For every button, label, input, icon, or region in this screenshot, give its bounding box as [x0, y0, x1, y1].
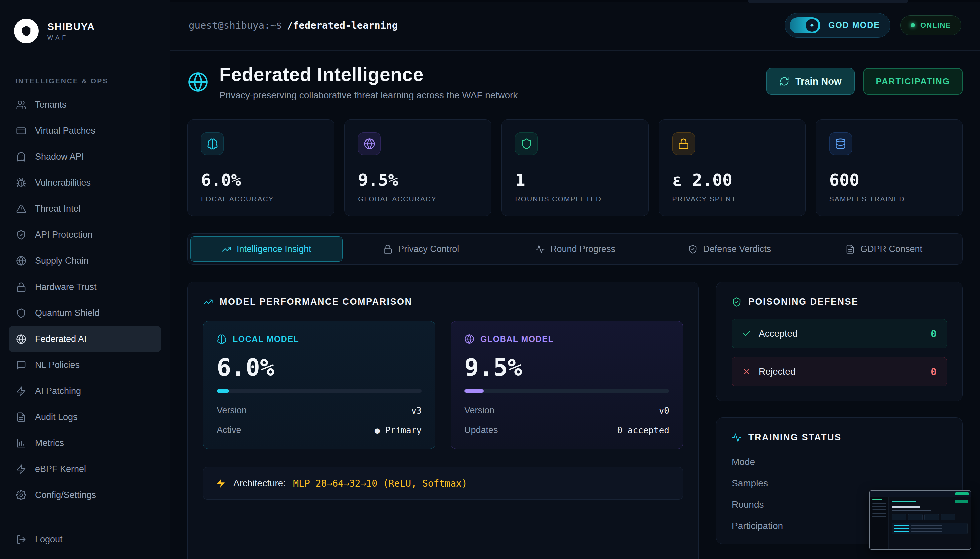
row-label: Rounds: [732, 499, 764, 510]
stat-label: PRIVACY SPENT: [672, 195, 792, 203]
toggle-switch[interactable]: ✦: [790, 17, 820, 33]
sidebar-item-federated-ai[interactable]: Federated AI: [9, 326, 161, 352]
tab-label: Round Progress: [550, 244, 615, 255]
sidebar: SHIBUYA WAF INTELLIGENCE & OPS Tenants V…: [0, 0, 170, 559]
logout-button[interactable]: Logout: [0, 519, 170, 559]
local-version-row: Version v3: [217, 405, 422, 415]
sidebar-item-audit-logs[interactable]: Audit Logs: [9, 404, 161, 430]
tab-label: Privacy Control: [398, 244, 459, 255]
main-area: guest@shibuya:~$ /federated-learning ✦ G…: [170, 0, 980, 559]
god-mode-toggle[interactable]: ✦ GOD MODE: [785, 13, 890, 38]
stat-cards: 6.0% LOCAL ACCURACY 9.5% GLOBAL ACCURACY…: [187, 119, 963, 216]
sidebar-item-label: Metrics: [35, 438, 64, 448]
notification-remnant: [748, 0, 908, 3]
poisoning-defense-title: POISONING DEFENSE: [748, 296, 859, 307]
tab-defense-verdicts[interactable]: Defense Verdicts: [654, 237, 805, 262]
stat-value: 9.5%: [358, 170, 478, 190]
brain-icon: [201, 132, 224, 155]
page-header-actions: Train Now PARTICIPATING: [766, 68, 963, 95]
shield-check-icon: [732, 297, 742, 307]
preview-sidebar: [870, 497, 889, 549]
model-panel-title: MODEL PERFORMANCE COMPARISON: [219, 296, 412, 307]
sidebar-item-nl-policies[interactable]: NL Policies: [9, 352, 161, 378]
sidebar-item-vulnerabilities[interactable]: Vulnerabilities: [9, 170, 161, 196]
sidebar-item-shadow-api[interactable]: Shadow API: [9, 144, 161, 170]
row-label: Participation: [732, 521, 783, 531]
sidebar-item-virtual-patches[interactable]: Virtual Patches: [9, 118, 161, 144]
row-value: ● Primary: [375, 425, 422, 435]
local-model-title-row: LOCAL MODEL: [217, 334, 422, 344]
sidebar-item-hardware-trust[interactable]: Hardware Trust: [9, 274, 161, 300]
sidebar-item-tenants[interactable]: Tenants: [9, 92, 161, 118]
sidebar-item-api-protection[interactable]: API Protection: [9, 222, 161, 248]
global-model-title: GLOBAL MODEL: [480, 334, 554, 344]
activity-icon: [732, 433, 742, 443]
patch-icon: [16, 126, 26, 136]
trending-up-icon: [222, 245, 231, 254]
tab-round-progress[interactable]: Round Progress: [500, 237, 651, 262]
lock-icon: [672, 132, 695, 155]
sidebar-item-label: Virtual Patches: [35, 126, 95, 136]
stat-value: 600: [829, 170, 949, 190]
sidebar-item-metrics[interactable]: Metrics: [9, 430, 161, 456]
lock-icon: [383, 245, 393, 254]
row-label: Active: [217, 425, 241, 435]
sidebar-item-label: NL Policies: [35, 360, 80, 370]
sidebar-item-label: Audit Logs: [35, 412, 78, 422]
tab-label: Intelligence Insight: [237, 244, 311, 255]
screen-preview-thumbnail[interactable]: [869, 490, 971, 550]
train-now-label: Train Now: [795, 76, 841, 87]
check-icon: [742, 329, 751, 338]
sidebar-item-label: API Protection: [35, 230, 93, 240]
sidebar-item-supply-chain[interactable]: Supply Chain: [9, 248, 161, 274]
sidebar-item-ai-patching[interactable]: AI Patching: [9, 378, 161, 404]
brand-sub: WAF: [47, 34, 95, 41]
sidebar-item-label: Config/Settings: [35, 490, 96, 500]
local-model-rows: Version v3 Active ● Primary: [217, 405, 422, 435]
sidebar-item-quantum-shield[interactable]: Quantum Shield: [9, 300, 161, 326]
federated-globe-icon: [187, 71, 209, 93]
participating-badge-button[interactable]: PARTICIPATING: [863, 68, 963, 95]
logout-icon: [16, 534, 26, 545]
preview-green-badge: [955, 492, 968, 495]
poisoning-defense-header: POISONING DEFENSE: [732, 296, 947, 307]
toggle-knob-sparkle-icon: ✦: [806, 19, 818, 32]
lock-icon: [16, 282, 26, 292]
tab-gdpr-consent[interactable]: GDPR Consent: [808, 237, 960, 262]
sidebar-item-threat-intel[interactable]: Threat Intel: [9, 196, 161, 222]
sidebar-item-label: Supply Chain: [35, 256, 89, 266]
terminal-prompt: guest@shibuya:~$: [189, 20, 282, 31]
tab-intelligence-insight[interactable]: Intelligence Insight: [190, 237, 343, 262]
local-model-progress-bar: [217, 389, 422, 393]
stat-card-local-accuracy: 6.0% LOCAL ACCURACY: [187, 119, 334, 216]
zap-icon: [16, 464, 26, 474]
sidebar-item-config-settings[interactable]: Config/Settings: [9, 482, 161, 508]
row-label: Version: [217, 405, 247, 415]
sidebar-item-label: Federated AI: [35, 334, 87, 344]
train-now-button[interactable]: Train Now: [766, 68, 855, 95]
brand-name: SHIBUYA: [47, 21, 95, 32]
page-header-left: Federated Intelligence Privacy-preservin…: [187, 63, 518, 101]
app-root: SHIBUYA WAF INTELLIGENCE & OPS Tenants V…: [0, 0, 980, 559]
rejected-label: Rejected: [759, 366, 796, 377]
row-value: 0 accepted: [617, 425, 669, 435]
online-label: ONLINE: [921, 21, 951, 30]
terminal-command: /federated-learning: [287, 20, 398, 31]
topbar-right: ✦ GOD MODE ONLINE: [785, 13, 961, 38]
model-performance-panel: MODEL PERFORMANCE COMPARISON LOCAL MODEL…: [187, 281, 699, 559]
tab-label: Defense Verdicts: [703, 244, 771, 255]
training-status-title: TRAINING STATUS: [748, 432, 841, 443]
shibuya-logo-icon: [14, 19, 39, 43]
local-model-card: LOCAL MODEL 6.0% Version v3: [203, 321, 436, 449]
stat-card-rounds-completed: 1 ROUNDS COMPLETED: [502, 119, 648, 216]
page-header: Federated Intelligence Privacy-preservin…: [187, 63, 963, 101]
rejected-count: 0: [931, 366, 937, 377]
sidebar-item-label: Threat Intel: [35, 204, 81, 214]
bug-icon: [16, 178, 26, 188]
tab-privacy-control[interactable]: Privacy Control: [345, 237, 497, 262]
local-model-title: LOCAL MODEL: [233, 334, 299, 344]
sidebar-item-ebpf-kernel[interactable]: eBPF Kernel: [9, 456, 161, 482]
x-icon: [742, 367, 751, 376]
model-grid: LOCAL MODEL 6.0% Version v3: [203, 321, 683, 449]
online-status-badge: ONLINE: [900, 15, 961, 35]
